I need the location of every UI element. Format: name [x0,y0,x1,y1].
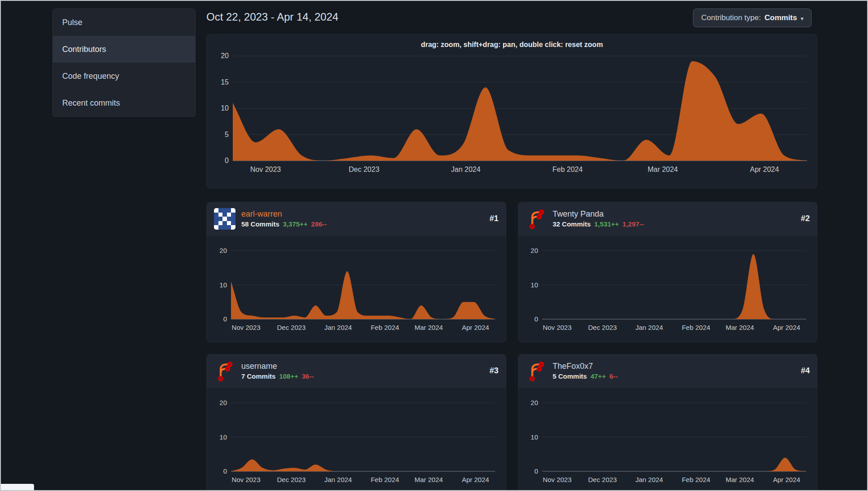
deletions-count: 1,297-- [623,220,644,228]
svg-text:Jan 2024: Jan 2024 [324,324,352,331]
svg-text:Nov 2023: Nov 2023 [231,324,260,331]
commit-count: 58 Commits [241,220,279,228]
contribution-type-dropdown[interactable]: Contribution type: Commits ▾ [693,9,812,27]
contributor-stats: 32 Commits 1,531++ 1,297-- [553,220,644,228]
svg-text:10: 10 [219,433,227,441]
svg-text:Dec 2023: Dec 2023 [588,476,617,483]
svg-text:Dec 2023: Dec 2023 [349,166,380,173]
svg-text:Feb 2024: Feb 2024 [682,476,710,483]
sidebar-item-recent-commits[interactable]: Recent commits [53,90,195,116]
svg-text:20: 20 [531,247,539,254]
chevron-down-icon: ▾ [800,15,804,22]
svg-text:Mar 2024: Mar 2024 [648,166,678,173]
contributor-card: Twenty Panda 32 Commits 1,531++ 1,297-- … [518,202,818,342]
contributor-name[interactable]: TheFox0x7 [553,362,618,371]
sidebar-item-pulse[interactable]: Pulse [53,9,195,36]
svg-text:Nov 2023: Nov 2023 [231,476,260,483]
rank-badge: #4 [801,366,810,376]
contributor-activity-chart[interactable]: 01020Nov 2023Dec 2023Jan 2024Feb 2024Mar… [213,397,500,489]
sidebar-item-contributors[interactable]: Contributors [53,36,195,63]
contributor-card-header: earl-warren 58 Commits 3,375++ 286-- #1 [207,202,506,235]
svg-text:Feb 2024: Feb 2024 [371,476,399,483]
svg-text:Nov 2023: Nov 2023 [543,324,572,331]
contributor-name[interactable]: earl-warren [241,209,327,219]
contributor-activity-chart[interactable]: 01020Nov 2023Dec 2023Jan 2024Feb 2024Mar… [213,245,500,337]
svg-text:5: 5 [225,131,229,138]
contributor-stats: 5 Commits 47++ 6-- [553,372,618,380]
contributor-name[interactable]: Twenty Panda [553,209,644,219]
svg-text:10: 10 [531,281,539,289]
contributor-activity-chart[interactable]: 01020Nov 2023Dec 2023Jan 2024Feb 2024Mar… [524,397,811,489]
contribution-type-value: Commits [765,13,797,22]
svg-text:Jan 2024: Jan 2024 [451,166,481,173]
svg-text:20: 20 [219,247,227,254]
contributor-card-header: TheFox0x7 5 Commits 47++ 6-- #4 [518,354,817,388]
contributor-card: earl-warren 58 Commits 3,375++ 286-- #1 … [206,202,506,342]
forgejo-logo-avatar [526,208,547,230]
svg-text:20: 20 [219,399,227,406]
svg-text:Feb 2024: Feb 2024 [552,166,583,173]
svg-text:15: 15 [221,78,229,86]
contributor-card: TheFox0x7 5 Commits 47++ 6-- #4 01020Nov… [518,354,818,491]
svg-text:Mar 2024: Mar 2024 [415,476,443,483]
svg-text:Dec 2023: Dec 2023 [277,324,306,331]
svg-text:Mar 2024: Mar 2024 [726,476,754,483]
link-preview-popup [1,484,34,490]
svg-text:Jan 2024: Jan 2024 [636,324,663,331]
svg-text:Mar 2024: Mar 2024 [726,324,754,331]
rank-badge: #3 [489,366,498,376]
svg-text:Nov 2023: Nov 2023 [543,476,572,483]
overall-activity-panel: drag: zoom, shift+drag: pan, double clic… [206,34,817,188]
contributor-cards-grid: earl-warren 58 Commits 3,375++ 286-- #1 … [206,202,817,491]
svg-text:20: 20 [531,399,539,406]
svg-text:Jan 2024: Jan 2024 [636,476,663,483]
additions-count: 3,375++ [283,220,308,228]
svg-text:Apr 2024: Apr 2024 [462,476,489,483]
svg-text:Feb 2024: Feb 2024 [371,324,399,331]
chart-zoom-hint: drag: zoom, shift+drag: pan, double clic… [207,34,817,49]
contributor-card: username 7 Commits 108++ 36-- #3 01020No… [206,354,506,491]
forgejo-logo-avatar [214,360,235,382]
contributor-stats: 58 Commits 3,375++ 286-- [241,220,327,228]
svg-text:0: 0 [225,157,229,164]
contributor-card-header: Twenty Panda 32 Commits 1,531++ 1,297-- … [518,202,817,235]
date-range-title: Oct 22, 2023 - Apr 14, 2024 [206,11,338,23]
commit-count: 32 Commits [553,220,591,228]
contributor-name[interactable]: username [241,362,314,371]
sidebar-item-code-frequency[interactable]: Code frequency [53,63,195,90]
contribution-type-label: Contribution type: [701,13,761,22]
svg-text:Nov 2023: Nov 2023 [250,166,281,173]
additions-count: 47++ [590,372,606,380]
forgejo-logo-avatar [526,360,547,382]
svg-text:Apr 2024: Apr 2024 [462,324,489,331]
svg-text:Jan 2024: Jan 2024 [324,476,352,483]
svg-text:10: 10 [219,281,227,289]
contributor-activity-chart[interactable]: 01020Nov 2023Dec 2023Jan 2024Feb 2024Mar… [524,245,811,337]
deletions-count: 6-- [609,372,617,380]
svg-text:Apr 2024: Apr 2024 [773,324,800,331]
rank-badge: #2 [801,214,810,223]
commit-count: 5 Commits [553,372,587,380]
svg-text:10: 10 [531,433,539,441]
svg-text:Apr 2024: Apr 2024 [750,166,779,173]
contributor-card-header: username 7 Commits 108++ 36-- #3 [207,354,506,388]
svg-text:20: 20 [221,52,229,60]
commit-count: 7 Commits [241,372,276,380]
svg-text:0: 0 [534,315,538,323]
contributor-stats: 7 Commits 108++ 36-- [241,372,314,380]
svg-text:Dec 2023: Dec 2023 [277,476,306,483]
activity-sidebar-menu: Pulse Contributors Code frequency Recent… [52,9,196,117]
svg-text:Apr 2024: Apr 2024 [773,476,800,483]
svg-text:0: 0 [534,467,538,475]
svg-text:10: 10 [221,104,229,112]
svg-text:0: 0 [223,467,227,475]
identicon-avatar [214,208,235,230]
rank-badge: #1 [489,214,498,223]
svg-text:Dec 2023: Dec 2023 [588,324,617,331]
additions-count: 1,531++ [594,220,619,228]
svg-text:Mar 2024: Mar 2024 [415,324,443,331]
overall-activity-chart[interactable]: 05101520Nov 2023Dec 2023Jan 2024Feb 2024… [213,51,810,180]
deletions-count: 36-- [302,372,314,380]
svg-text:Feb 2024: Feb 2024 [682,324,710,331]
svg-text:0: 0 [223,315,227,323]
